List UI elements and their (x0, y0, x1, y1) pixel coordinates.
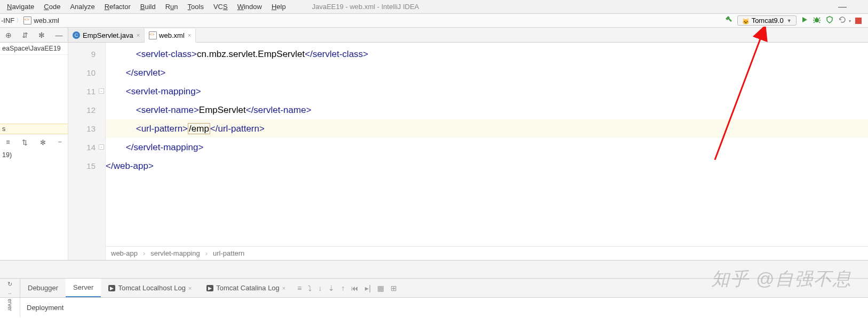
settings-icon[interactable]: ✻ (38, 31, 45, 39)
tab-label: Tomcat Localhost Log (118, 284, 185, 292)
xml-file-icon (23, 17, 31, 25)
sort-icon[interactable]: ≡ (6, 138, 10, 146)
debug-panel-tabs: ↻ .. Debugger Server ▶ Tomcat Localhost … (0, 278, 868, 297)
editor-tabs: C EmpServlet.java × web.xml × (68, 28, 196, 42)
tab-label: EmpServlet.java (83, 31, 133, 39)
sidebar-structure-tools: ≡ ⇅ ✻ − (0, 136, 68, 149)
show-exec-icon[interactable]: ≡ (297, 284, 301, 292)
sidebar-selected-item[interactable]: s (0, 124, 68, 134)
menu-vcs[interactable]: VCS (209, 3, 233, 11)
server-side-label[interactable]: erver (0, 298, 20, 317)
deployment-label[interactable]: Deployment (20, 304, 63, 312)
close-icon[interactable]: × (137, 32, 140, 38)
breadcrumb-file[interactable]: web.xml (23, 17, 59, 25)
tab-webxml[interactable]: web.xml × (145, 29, 196, 43)
stop-icon[interactable] (855, 18, 862, 24)
svg-point-0 (815, 18, 819, 22)
log-badge-icon: ▶ (108, 285, 115, 291)
tomcat-icon (742, 17, 750, 25)
menu-tools[interactable]: Tools (183, 3, 209, 11)
tab-label: web.xml (159, 31, 185, 39)
main-area: eaSpace\JavaEE19 s ≡ ⇅ ✻ − 19) 91011-121… (0, 43, 868, 260)
dropdown-icon: ▼ (787, 18, 792, 23)
breadcrumb-file-label: web.xml (34, 17, 59, 25)
project-path: eaSpace\JavaEE19 (0, 43, 68, 55)
crumb-webapp[interactable]: web-app (111, 249, 138, 257)
debug-icon[interactable] (813, 15, 821, 26)
tab-localhost-log[interactable]: ▶ Tomcat Localhost Log × (101, 279, 199, 297)
breadcrumb-inf[interactable]: -INF (1, 17, 14, 25)
project-sidebar[interactable]: eaSpace\JavaEE19 s ≡ ⇅ ✻ − 19) (0, 43, 68, 260)
close-icon[interactable]: × (188, 285, 192, 291)
more-icon[interactable]: .. (8, 289, 11, 295)
run-icon[interactable] (801, 16, 808, 26)
code-editor[interactable]: 91011-121314-15 <servlet-class>cn.mbz.se… (68, 43, 868, 260)
update-icon[interactable]: ▾ (838, 15, 851, 26)
breadcrumb-sep-icon: 〉 (14, 17, 23, 25)
tab-empservlet[interactable]: C EmpServlet.java × (68, 28, 145, 42)
chevron-icon: › (143, 249, 145, 257)
minimize-icon[interactable]: — (838, 2, 847, 12)
menu-analyze[interactable]: Analyze (65, 3, 99, 11)
close-icon[interactable]: × (282, 285, 285, 291)
evaluate-icon[interactable]: ▦ (377, 284, 384, 292)
menu-bar: Navigate Code Analyze Refactor Build Run… (0, 0, 868, 14)
sidebar-node[interactable]: 19) (2, 151, 12, 159)
gear-icon[interactable]: ✻ (40, 138, 46, 146)
tab-debugger[interactable]: Debugger (20, 279, 66, 297)
expand-all-icon[interactable]: ⇵ (22, 31, 28, 39)
hide-icon[interactable]: — (55, 31, 62, 39)
rerun-icon[interactable]: ↻ (7, 281, 12, 288)
xml-file-icon (149, 31, 157, 39)
run-config-selector[interactable]: Tomcat9.0 ▼ (737, 15, 797, 26)
menu-code[interactable]: Code (39, 3, 65, 11)
debug-side-tools: ↻ .. (0, 279, 20, 297)
menu-help[interactable]: Help (267, 3, 291, 11)
crumb-urlpattern[interactable]: url-pattern (213, 249, 244, 257)
editor-breadcrumbs: web-app › servlet-mapping › url-pattern (106, 246, 868, 260)
step-into-icon[interactable]: ↓ (318, 284, 322, 292)
bottom-gap (0, 260, 868, 278)
window-title: JavaEE19 - web.xml - IntelliJ IDEA (312, 3, 419, 11)
crumb-servletmapping[interactable]: servlet-mapping (150, 249, 200, 257)
menu-refactor[interactable]: Refactor (100, 3, 136, 11)
collapse-icon[interactable]: − (58, 138, 61, 146)
tab-server[interactable]: Server (66, 279, 101, 297)
step-out-icon[interactable]: ↑ (341, 284, 345, 292)
filter-icon[interactable]: ⇅ (22, 138, 28, 146)
menu-window[interactable]: Window (233, 3, 267, 11)
menu-navigate[interactable]: Navigate (2, 3, 39, 11)
menu-run[interactable]: Run (161, 3, 183, 11)
chevron-icon: › (205, 249, 208, 257)
trace-icon[interactable]: ⊞ (391, 284, 397, 292)
close-icon[interactable]: × (188, 32, 191, 38)
toolbar-row: ⊕ ⇵ ✻ — C EmpServlet.java × web.xml × (0, 28, 868, 43)
project-toolbar: ⊕ ⇵ ✻ — (0, 28, 68, 42)
select-open-file-icon[interactable]: ⊕ (5, 31, 12, 39)
debug-toolbar: ≡ ⤵ ↓ ⇣ ↑ ⏮ ▸| ▦ ⊞ (297, 284, 397, 292)
dropdown-small-icon: ▾ (849, 19, 851, 23)
build-icon[interactable] (724, 15, 733, 26)
step-over-icon[interactable]: ⤵ (308, 284, 312, 292)
java-class-icon: C (73, 31, 80, 39)
coverage-icon[interactable] (825, 15, 834, 26)
force-step-icon[interactable]: ⇣ (328, 284, 335, 292)
tab-label: Tomcat Catalina Log (216, 284, 280, 292)
nav-row: -INF 〉 web.xml Tomcat9.0 ▼ ▾ (0, 14, 868, 28)
drop-frame-icon[interactable]: ⏮ (351, 284, 359, 292)
code-area[interactable]: <servlet-class>cn.mbz.servlet.EmpServlet… (106, 43, 868, 260)
tab-catalina-log[interactable]: ▶ Tomcat Catalina Log × (199, 279, 293, 297)
menu-build[interactable]: Build (136, 3, 161, 11)
line-gutter: 91011-121314-15 (68, 43, 106, 260)
run-to-cursor-icon[interactable]: ▸| (365, 284, 371, 292)
deployment-row: erver Deployment (0, 297, 868, 317)
log-badge-icon: ▶ (206, 285, 213, 291)
run-config-label: Tomcat9.0 (752, 17, 784, 25)
